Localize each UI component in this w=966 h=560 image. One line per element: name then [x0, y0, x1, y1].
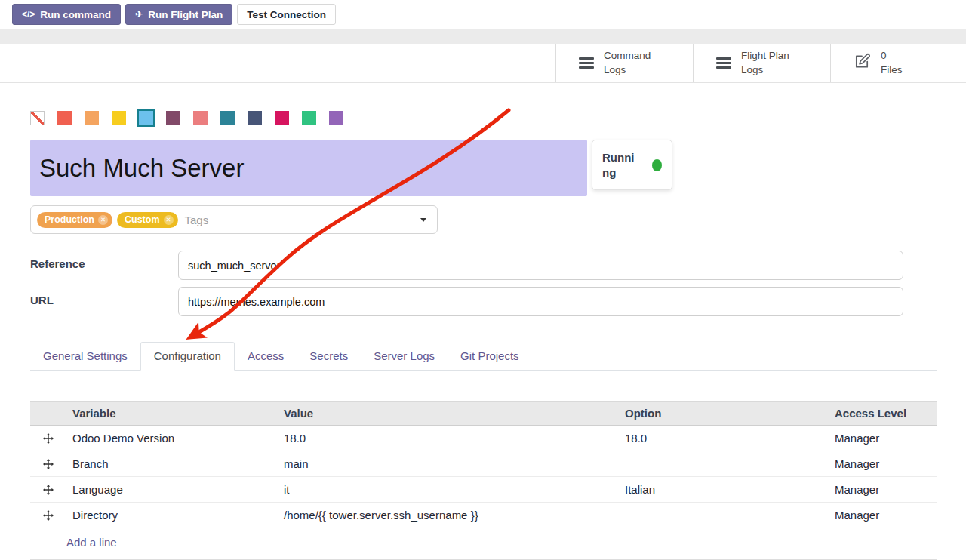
tag-remove-icon[interactable]: ✕ — [164, 215, 174, 225]
cell-value[interactable]: /home/{{ tower.server.ssh_username }} — [278, 509, 619, 522]
table-row[interactable]: Branch main Manager — [30, 451, 937, 477]
command-logs-label: Command Logs — [604, 49, 651, 76]
add-line-link[interactable]: Add a line — [66, 536, 117, 549]
flight-plan-logs-label: Flight Plan Logs — [741, 49, 789, 76]
cell-option[interactable]: 18.0 — [619, 432, 829, 445]
tag-remove-icon[interactable]: ✕ — [98, 215, 108, 225]
run-command-label: Run command — [40, 9, 111, 20]
stat-buttons: Command Logs Flight Plan Logs 0 Files — [555, 44, 966, 82]
table-header: Variable Value Option Access Level — [30, 401, 937, 426]
color-swatch-5[interactable] — [166, 111, 180, 125]
cell-value[interactable]: main — [278, 457, 619, 470]
reference-row: Reference — [30, 251, 937, 280]
tab-access[interactable]: Access — [235, 343, 297, 370]
menu-bars-icon — [579, 57, 594, 69]
color-swatch-3[interactable] — [112, 111, 126, 125]
drag-handle-icon[interactable] — [30, 485, 66, 495]
table-row[interactable]: Language it Italian Manager — [30, 477, 937, 503]
color-swatch-none[interactable] — [30, 111, 45, 125]
code-icon: </> — [22, 9, 35, 20]
cell-variable[interactable]: Directory — [66, 509, 278, 522]
reference-label: Reference — [30, 251, 178, 270]
tags-field[interactable]: Production ✕ Custom ✕ Tags — [30, 205, 438, 234]
table-row[interactable]: Odoo Demo Version 18.0 18.0 Manager — [30, 426, 937, 451]
cell-value[interactable]: 18.0 — [278, 432, 619, 445]
files-label: 0 Files — [881, 49, 903, 76]
divider-band — [0, 29, 966, 44]
tag-custom[interactable]: Custom ✕ — [117, 212, 178, 228]
cell-access-level[interactable]: Manager — [829, 483, 937, 496]
title-row: Such Much Server Running — [30, 140, 937, 196]
cell-access-level[interactable]: Manager — [829, 509, 937, 522]
tag-label: Production — [45, 214, 94, 225]
url-row: URL — [30, 287, 937, 316]
url-label: URL — [30, 287, 178, 306]
run-flight-plan-label: Run Flight Plan — [148, 9, 223, 20]
color-swatch-7[interactable] — [220, 111, 235, 125]
color-picker — [30, 111, 937, 125]
variables-table: Variable Value Option Access Level Odoo … — [30, 401, 937, 560]
drag-handle-icon[interactable] — [30, 433, 66, 444]
run-command-button[interactable]: </> Run command — [12, 4, 121, 25]
server-name-field[interactable]: Such Much Server — [30, 140, 587, 196]
color-swatch-6[interactable] — [193, 111, 208, 125]
header-variable: Variable — [66, 407, 278, 420]
command-logs-button[interactable]: Command Logs — [555, 44, 693, 82]
menu-bars-icon — [716, 57, 731, 69]
color-swatch-1[interactable] — [57, 111, 72, 125]
color-swatch-11[interactable] — [329, 111, 343, 125]
server-name: Such Much Server — [39, 154, 244, 183]
cell-value[interactable]: it — [278, 483, 619, 496]
drag-handle-icon[interactable] — [30, 510, 66, 521]
cell-variable[interactable]: Odoo Demo Version — [66, 432, 278, 445]
tab-general-settings[interactable]: General Settings — [30, 343, 140, 370]
cell-variable[interactable]: Branch — [66, 457, 278, 470]
color-swatch-8[interactable] — [248, 111, 262, 125]
tab-configuration[interactable]: Configuration — [140, 342, 235, 371]
cell-access-level[interactable]: Manager — [829, 432, 937, 445]
dropdown-caret-icon[interactable] — [420, 218, 426, 222]
status-card[interactable]: Running — [592, 140, 672, 190]
drag-handle-icon[interactable] — [30, 459, 66, 469]
cell-option[interactable]: Italian — [619, 483, 829, 496]
edit-pencil-icon — [854, 53, 871, 73]
toolbar-buttons: </> Run command ✈ Run Flight Plan Test C… — [12, 4, 336, 25]
tab-bar: General Settings Configuration Access Se… — [30, 342, 937, 371]
tab-git-projects[interactable]: Git Projects — [448, 343, 532, 370]
url-input[interactable] — [178, 287, 903, 316]
form-content: Such Much Server Running Production ✕ Cu… — [30, 83, 937, 560]
tab-server-logs[interactable]: Server Logs — [361, 343, 448, 370]
reference-input[interactable] — [178, 251, 903, 280]
test-connection-label: Test Connection — [247, 9, 326, 20]
stat-button-row: Command Logs Flight Plan Logs 0 Files — [0, 44, 966, 83]
color-swatch-4-selected[interactable] — [139, 111, 153, 125]
status-dot — [652, 159, 662, 171]
table-row[interactable]: Directory /home/{{ tower.server.ssh_user… — [30, 503, 937, 528]
cell-access-level[interactable]: Manager — [829, 457, 937, 470]
files-button[interactable]: 0 Files — [830, 44, 966, 82]
run-flight-plan-button[interactable]: ✈ Run Flight Plan — [125, 4, 232, 25]
color-swatch-10[interactable] — [302, 111, 316, 125]
color-swatch-9[interactable] — [275, 111, 289, 125]
tags-placeholder: Tags — [185, 214, 209, 226]
header-access-level: Access Level — [829, 407, 937, 420]
add-line-row: Add a line — [30, 528, 937, 560]
header-option: Option — [619, 407, 829, 420]
tag-label: Custom — [125, 214, 160, 225]
test-connection-button[interactable]: Test Connection — [237, 4, 336, 25]
plane-icon: ✈ — [135, 9, 143, 20]
status-label: Running — [602, 150, 637, 180]
tab-secrets[interactable]: Secrets — [297, 343, 361, 370]
cell-variable[interactable]: Language — [66, 483, 278, 496]
flight-plan-logs-button[interactable]: Flight Plan Logs — [693, 44, 830, 82]
tag-production[interactable]: Production ✕ — [37, 212, 112, 228]
header-value: Value — [278, 407, 619, 420]
top-toolbar: </> Run command ✈ Run Flight Plan Test C… — [0, 0, 966, 29]
color-swatch-2[interactable] — [85, 111, 99, 125]
